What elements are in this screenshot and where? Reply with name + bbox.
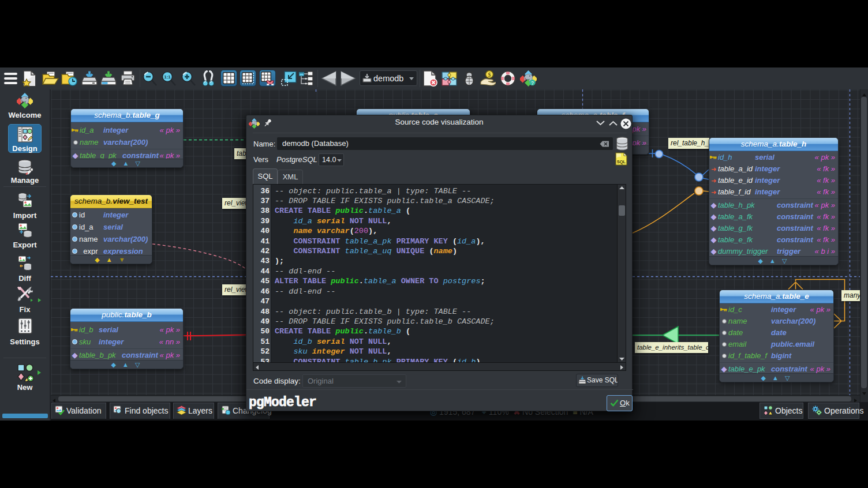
svg-text:?: ? xyxy=(531,81,534,86)
svg-text:1:1: 1:1 xyxy=(164,74,171,80)
svg-text:SQL: SQL xyxy=(617,159,626,164)
svg-text:pgModeler: pgModeler xyxy=(249,395,316,410)
svg-text:$: $ xyxy=(488,72,491,78)
